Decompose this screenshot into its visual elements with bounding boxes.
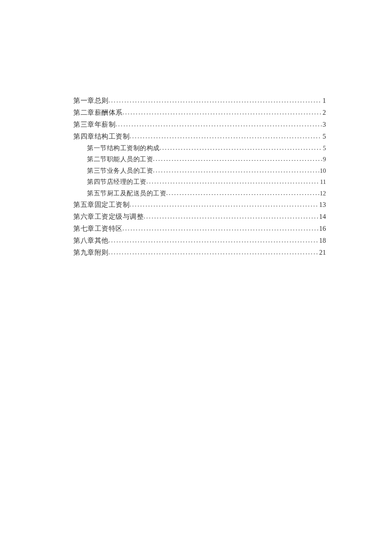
toc-leader-dots [109,235,319,246]
toc-leader-dots [160,142,322,153]
toc-page-number: 11 [319,177,326,187]
toc-title: 第一章总则 [73,95,109,107]
toc-entry: 第一节结构工资制的构成5 [73,142,326,154]
toc-title: 第一节结构工资制的构成 [87,143,160,154]
toc-title: 第八章其他 [73,235,109,247]
toc-leader-dots [109,95,322,106]
toc-leader-dots [130,131,322,142]
toc-leader-dots [153,153,322,164]
toc-entry: 第七章工资特区 16 [73,223,326,235]
toc-title: 第四节店经理的工资 [87,177,147,187]
toc-title: 第二节职能人员的工资 [87,154,153,165]
toc-title: 第三章年薪制 [73,119,115,131]
toc-page-number: 13 [318,199,326,211]
toc-title: 第二章薪酬体系 [73,107,123,119]
toc-page-number: 9 [322,154,326,165]
toc-title: 第六章工资定级与调整 [73,211,144,223]
toc-entry: 第四节店经理的工资11 [73,176,326,187]
toc-entry: 第一章总则1 [73,95,326,107]
toc-title: 第七章工资特区 [73,223,123,235]
toc-entry: 第三节业务人员的工资10 [73,165,326,176]
toc-title: 第三节业务人员的工资 [87,166,153,176]
toc-entry: 第二节职能人员的工资9 [73,154,326,165]
toc-title: 第九章附则 [73,247,109,259]
toc-entry: 第九章附则 21 [73,247,326,259]
toc-page-number: 10 [319,166,326,176]
toc-entry: 第六章工资定级与调整 14 [73,211,326,223]
toc-page-number: 16 [318,223,326,235]
toc-entry: 第五章固定工资制 13 [73,199,326,211]
toc-entry: 第四章结构工资制5 [73,131,326,142]
toc-page-number: 5 [322,131,326,142]
toc-leader-dots [123,107,322,118]
toc-title: 第四章结构工资制 [73,131,130,142]
toc-leader-dots [153,165,319,176]
toc-page-number: 12 [319,188,326,199]
table-of-contents: 第一章总则1第二章薪酬体系2第三章年薪制3第四章结构工资制5第一节结构工资制的构… [73,95,326,259]
toc-page-number: 5 [322,143,326,154]
toc-title: 第五章固定工资制 [73,199,130,211]
toc-leader-dots [115,119,322,130]
toc-page-number: 21 [318,247,326,259]
toc-page-number: 2 [322,107,326,119]
toc-page-number: 3 [322,119,326,131]
document-page: 第一章总则1第二章薪酬体系2第三章年薪制3第四章结构工资制5第一节结构工资制的构… [0,0,392,259]
toc-leader-dots [109,247,319,258]
toc-page-number: 1 [322,95,326,107]
toc-page-number: 18 [318,235,326,247]
toc-entry: 第八章其他 18 [73,235,326,247]
toc-leader-dots [147,176,320,187]
toc-leader-dots [166,187,319,198]
toc-leader-dots [130,199,318,210]
toc-entry: 第五节厨工及配送员的工资12 [73,188,326,199]
toc-leader-dots [144,211,318,222]
toc-leader-dots [123,223,319,234]
toc-title: 第五节厨工及配送员的工资 [87,188,166,199]
toc-page-number: 14 [318,211,326,223]
toc-entry: 第三章年薪制3 [73,119,326,131]
toc-entry: 第二章薪酬体系2 [73,107,326,119]
